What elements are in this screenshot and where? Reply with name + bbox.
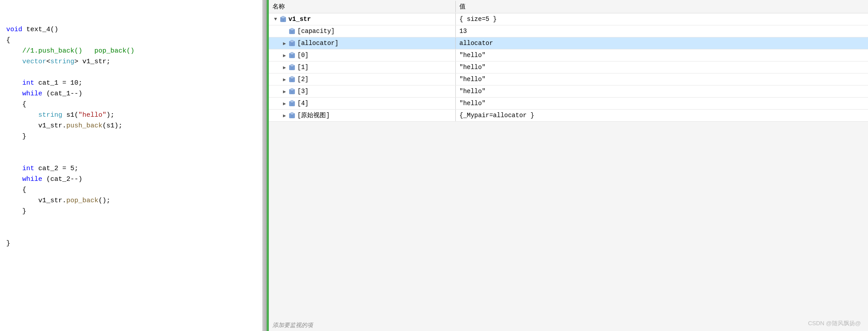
- watch-row[interactable]: ▶ [0]"hello": [269, 49, 868, 61]
- watch-row-name: ▶ [3]: [269, 86, 456, 97]
- cube-icon: [288, 100, 296, 107]
- code-line: }: [4, 238, 262, 249]
- watch-row[interactable]: ▶ [原始视图]{_Mypair=allocator }: [269, 110, 868, 122]
- expand-button[interactable]: ▶: [281, 64, 288, 70]
- watch-row-value: "hello": [456, 49, 489, 61]
- watch-name-text: [2]: [297, 76, 308, 83]
- watch-row-name: ▶ [1]: [269, 61, 456, 73]
- code-line: int cat_1 = 10;: [4, 78, 262, 89]
- watch-row-name: ▶ [原始视图]: [269, 110, 456, 121]
- code-line: //1.push_back() pop_back(): [4, 46, 262, 57]
- watch-row-name: ▶ [2]: [269, 74, 456, 85]
- watch-name-text: [4]: [297, 100, 308, 107]
- code-line: int cat_2 = 5;: [4, 163, 262, 174]
- watch-row[interactable]: [capacity]13: [269, 25, 868, 37]
- watch-body[interactable]: ▼ v1_str{ size=5 } [capacity]13▶ [alloca…: [269, 13, 868, 319]
- expand-button[interactable]: ▶: [281, 40, 288, 46]
- splitter[interactable]: [263, 0, 269, 331]
- watch-name-text: [3]: [297, 88, 308, 95]
- cube-icon: [280, 16, 287, 23]
- cube-icon: [288, 52, 296, 59]
- watch-row[interactable]: ▶ [4]"hello": [269, 98, 868, 110]
- watch-row-name: ▼ v1_str: [269, 13, 456, 25]
- watch-row-value: 13: [456, 25, 471, 37]
- code-content: void text_4(){ //1.push_back() pop_back(…: [0, 0, 262, 253]
- watermark: CSDN @随风飘扬@: [808, 319, 861, 327]
- code-line: }: [4, 131, 262, 142]
- watch-row-value: "hello": [456, 74, 489, 85]
- watch-name-text: v1_str: [288, 16, 311, 23]
- watch-row-value: "hello": [456, 86, 489, 97]
- watch-row-value: "hello": [456, 61, 489, 73]
- watch-name-text: [allocator]: [297, 40, 338, 47]
- code-line: [4, 217, 262, 228]
- watch-row[interactable]: ▶ [2]"hello": [269, 74, 868, 86]
- cube-icon: [288, 40, 296, 47]
- splitter-bar: [267, 0, 269, 331]
- code-line: v1_str.push_back(s1);: [4, 121, 262, 131]
- watch-row-name: ▶ [0]: [269, 49, 456, 61]
- cube-icon: [288, 28, 296, 35]
- code-line: [4, 67, 262, 78]
- watch-row-name: ▶ [allocator]: [269, 37, 456, 49]
- watch-row[interactable]: ▶ [allocator]allocator: [269, 37, 868, 49]
- watch-col-value: 值: [456, 1, 469, 12]
- code-line: {: [4, 35, 262, 46]
- cube-icon: [288, 112, 296, 119]
- code-line: while (cat_2--): [4, 174, 262, 185]
- code-line: {: [4, 185, 262, 196]
- watch-name-text: [1]: [297, 64, 308, 71]
- watch-row[interactable]: ▶ [3]"hello": [269, 86, 868, 98]
- watch-row-value: allocator: [456, 37, 497, 49]
- code-line: [4, 153, 262, 163]
- watch-header: 名称 值: [269, 0, 868, 13]
- expand-button[interactable]: ▶: [281, 52, 288, 58]
- expand-button[interactable]: ▶: [281, 112, 288, 119]
- watch-row-value: { size=5 }: [456, 13, 500, 25]
- cube-icon: [288, 76, 296, 83]
- code-line: [4, 228, 262, 238]
- code-line: {: [4, 99, 262, 110]
- cube-icon: [288, 88, 296, 95]
- code-panel: void text_4(){ //1.push_back() pop_back(…: [0, 0, 263, 331]
- expand-button[interactable]: ▶: [281, 88, 288, 94]
- expand-button[interactable]: ▶: [281, 100, 288, 106]
- expand-button[interactable]: ▶: [281, 76, 288, 82]
- code-line: }: [4, 206, 262, 217]
- watch-row-name: ▶ [4]: [269, 98, 456, 109]
- watch-row[interactable]: ▼ v1_str{ size=5 }: [269, 13, 868, 25]
- watch-panel: 名称 值 ▼ v1_str{ size=5 } [capacity]13▶ [a…: [269, 0, 868, 331]
- add-watch-label[interactable]: 添加要监视的项: [269, 319, 868, 331]
- watch-name-text: [0]: [297, 52, 308, 59]
- watch-col-name: 名称: [269, 1, 456, 12]
- watch-row-value: "hello": [456, 98, 489, 109]
- expand-button[interactable]: ▼: [272, 16, 279, 22]
- code-line: v1_str.pop_back();: [4, 196, 262, 206]
- watch-row[interactable]: ▶ [1]"hello": [269, 61, 868, 74]
- code-line: void text_4(): [4, 25, 262, 35]
- code-line: vector<string> v1_str;: [4, 57, 262, 67]
- watch-name-text: [capacity]: [297, 28, 335, 35]
- cube-icon: [288, 64, 296, 71]
- watch-row-name: [capacity]: [269, 25, 456, 37]
- watch-name-text: [原始视图]: [297, 111, 330, 119]
- code-line: string s1("hello");: [4, 110, 262, 121]
- code-line: while (cat_1--): [4, 89, 262, 99]
- watch-row-value: {_Mypair=allocator }: [456, 110, 538, 121]
- code-line: [4, 142, 262, 153]
